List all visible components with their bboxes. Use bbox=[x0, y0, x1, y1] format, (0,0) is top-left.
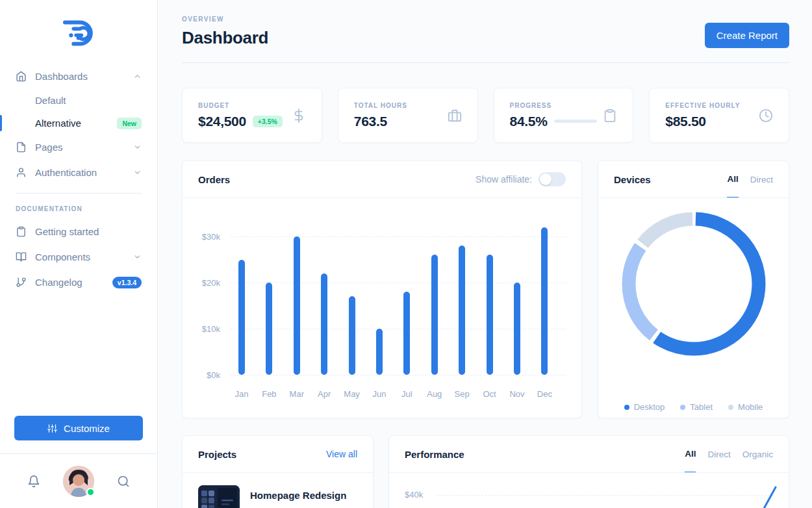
briefcase-icon bbox=[448, 108, 462, 123]
legend-dot bbox=[728, 405, 733, 410]
bar-jun bbox=[376, 329, 383, 375]
bar-jan bbox=[238, 260, 245, 375]
sidebar-item-label: Dashboards bbox=[35, 71, 88, 82]
y-axis-tick: $20k bbox=[192, 278, 220, 288]
page-header: Overview Dashboard Create Report bbox=[182, 0, 789, 63]
file-icon bbox=[16, 142, 27, 153]
active-indicator bbox=[0, 115, 2, 131]
x-axis-label: Jan bbox=[227, 389, 256, 399]
x-axis-label: Dec bbox=[530, 389, 559, 399]
y-axis-tick: $10k bbox=[192, 324, 220, 334]
performance-card-title: Performance bbox=[405, 449, 464, 460]
user-icon bbox=[16, 167, 27, 178]
stat-value: 84.5% bbox=[510, 114, 548, 129]
tab-all[interactable]: All bbox=[727, 161, 738, 197]
legend-label: Tablet bbox=[690, 402, 713, 412]
y-axis-tick: $30k bbox=[192, 232, 220, 242]
x-axis-label: Aug bbox=[420, 389, 449, 399]
legend-item-tablet: Tablet bbox=[680, 402, 713, 412]
project-list-item[interactable]: Homepage Redesign bbox=[183, 473, 373, 508]
page-eyebrow: Overview bbox=[182, 16, 268, 23]
x-axis-label: May bbox=[338, 389, 366, 399]
sliders-icon bbox=[47, 424, 57, 433]
performance-line bbox=[754, 487, 776, 508]
legend-label: Mobile bbox=[738, 402, 763, 412]
sidebar-section-heading: Documentation bbox=[0, 201, 157, 219]
sidebar-divider bbox=[16, 193, 142, 194]
sidebar-nav: Dashboards Default Alternative New Pages… bbox=[0, 58, 157, 295]
show-affiliate-toggle[interactable] bbox=[539, 172, 566, 186]
kebab-menu-icon[interactable] bbox=[347, 485, 357, 496]
x-axis-label: Apr bbox=[310, 389, 338, 399]
x-axis-label: Jun bbox=[365, 389, 394, 399]
bell-icon[interactable] bbox=[27, 475, 40, 488]
stat-card-budget: Budget $24,500 +3.5% bbox=[182, 88, 322, 143]
legend-item-mobile: Mobile bbox=[728, 402, 763, 412]
view-all-link[interactable]: View all bbox=[326, 449, 357, 459]
bar-jul bbox=[403, 292, 410, 375]
tab-organic[interactable]: Organic bbox=[742, 436, 773, 472]
devices-card-title: Devices bbox=[614, 174, 651, 185]
sidebar-item-components[interactable]: Components bbox=[0, 244, 157, 270]
trend-badge: +3.5% bbox=[253, 116, 283, 127]
tab-direct[interactable]: Direct bbox=[750, 161, 773, 197]
search-icon[interactable] bbox=[117, 475, 130, 488]
clipboard-icon bbox=[16, 226, 27, 237]
app-logo[interactable] bbox=[0, 0, 157, 58]
bar-nov bbox=[514, 283, 520, 375]
devices-donut-chart: DesktopTabletMobile bbox=[598, 209, 789, 429]
sidebar-item-pages[interactable]: Pages bbox=[0, 134, 157, 160]
sidebar-item-dashboards[interactable]: Dashboards bbox=[0, 64, 157, 89]
tab-direct[interactable]: Direct bbox=[707, 436, 730, 472]
home-icon bbox=[16, 71, 27, 82]
toggle-knob bbox=[540, 173, 552, 185]
chevron-down-icon bbox=[133, 253, 142, 261]
performance-card: Performance All Direct Organic $40k bbox=[388, 435, 789, 508]
stat-label: Progress bbox=[510, 102, 603, 109]
stat-label: Effective hourly bbox=[665, 102, 740, 109]
stat-value: $24,500 bbox=[198, 114, 246, 129]
projects-card-title: Projects bbox=[198, 449, 236, 460]
x-axis-label: Nov bbox=[503, 389, 531, 399]
chevron-down-icon bbox=[133, 168, 142, 177]
stat-card-progress: Progress 84.5% bbox=[494, 88, 634, 143]
sidebar-item-alternative[interactable]: Alternative New bbox=[0, 112, 157, 134]
bar-aug bbox=[431, 255, 438, 375]
bar-apr bbox=[321, 273, 327, 375]
x-axis-label: Jul bbox=[392, 389, 421, 399]
devices-tabs: All Direct bbox=[727, 161, 773, 197]
git-branch-icon bbox=[16, 277, 27, 288]
orders-bar-chart: $0k$10k$20k$30kJanFebMarAprMayJunJulAugS… bbox=[183, 198, 581, 419]
chevron-down-icon bbox=[133, 143, 142, 151]
projects-card: Projects View all bbox=[182, 435, 374, 508]
bar-oct bbox=[487, 255, 493, 375]
book-open-icon bbox=[16, 251, 27, 262]
sidebar-item-label: Pages bbox=[35, 142, 63, 153]
user-avatar[interactable] bbox=[63, 466, 94, 497]
performance-line-svg bbox=[389, 473, 789, 508]
chevron-up-icon bbox=[133, 72, 142, 81]
tab-all[interactable]: All bbox=[685, 436, 696, 472]
stat-label: Budget bbox=[198, 102, 283, 109]
stat-value: 763.5 bbox=[354, 114, 387, 129]
devices-card: Devices All Direct DesktopTabletMobile bbox=[598, 160, 789, 418]
online-status-dot bbox=[86, 488, 95, 496]
sidebar-item-changelog[interactable]: Changelog v1.3.4 bbox=[0, 270, 157, 295]
donut-chart-svg bbox=[618, 209, 769, 359]
sidebar-item-label: Getting started bbox=[35, 226, 99, 237]
sidebar-item-default[interactable]: Default bbox=[0, 89, 157, 112]
performance-line-chart: $40k bbox=[389, 473, 789, 508]
progress-bar bbox=[554, 120, 597, 123]
sidebar-item-authentication[interactable]: Authentication bbox=[0, 160, 157, 185]
sidebar-item-label: Default bbox=[35, 95, 66, 106]
create-report-button[interactable]: Create Report bbox=[705, 23, 789, 48]
bar-may bbox=[349, 296, 355, 375]
bar-sep bbox=[459, 246, 465, 375]
stats-row: Budget $24,500 +3.5% Total hours 763.5 bbox=[182, 88, 789, 143]
dollar-icon bbox=[292, 108, 306, 123]
sidebar-item-getting-started[interactable]: Getting started bbox=[0, 219, 157, 244]
devices-legend: DesktopTabletMobile bbox=[598, 402, 789, 412]
sidebar-item-label: Changelog bbox=[35, 277, 82, 288]
customize-button[interactable]: Customize bbox=[14, 416, 143, 440]
x-axis-label: Mar bbox=[283, 389, 311, 399]
